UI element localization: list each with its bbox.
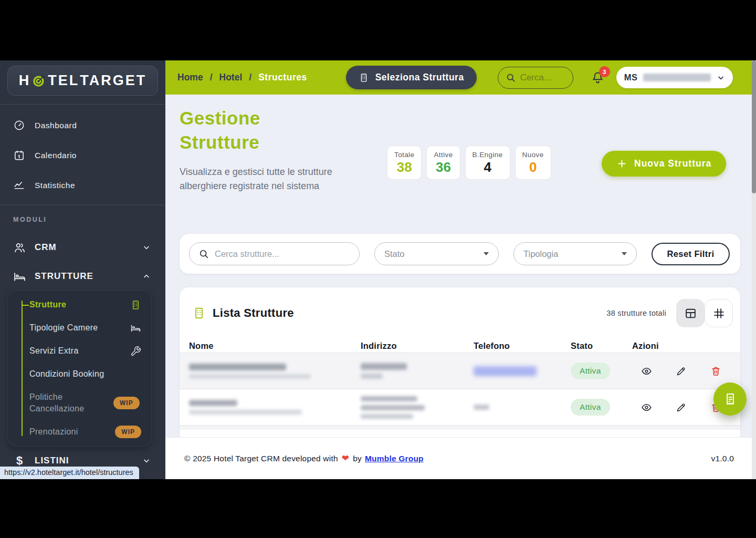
redacted-text [189, 410, 302, 415]
select-structure-button[interactable]: Seleziona Struttura [346, 66, 477, 89]
dollar-icon: $ [13, 454, 26, 468]
stato-select-value: Stato [384, 249, 405, 259]
caret-down-icon [484, 252, 489, 255]
wip-badge: WIP [115, 426, 141, 438]
footer: © 2025 Hotel Target CRM developed with ❤… [165, 437, 756, 479]
cell-azioni [632, 366, 740, 377]
sidebar-item-dashboard[interactable]: Dashboard [0, 110, 165, 140]
wrench-icon [130, 346, 141, 357]
tipologia-select[interactable]: Tipologia [513, 242, 637, 265]
calendar-icon [13, 149, 25, 161]
submenu-label: Strutture [29, 299, 125, 311]
select-structure-label: Seleziona Struttura [375, 72, 464, 83]
structure-search-input[interactable] [215, 249, 350, 259]
stats-cards: Totale 38 Attive 36 B.Engine 4 Nuove 0 [387, 146, 551, 180]
table-view-toggle[interactable] [676, 299, 705, 327]
users-icon [13, 241, 26, 254]
structure-search-field[interactable] [189, 242, 360, 265]
search-icon [506, 73, 516, 82]
module-label: LISTINI [35, 456, 69, 466]
logo-text-hotel-h: H [19, 73, 31, 89]
redacted-text [361, 414, 413, 419]
redacted-text [361, 363, 407, 370]
chevron-down-icon [142, 457, 151, 465]
stat-label: B.Engine [472, 151, 503, 159]
column-header-nome: Nome [189, 341, 361, 351]
edit-button[interactable] [676, 402, 687, 413]
sidebar-item-calendario[interactable]: Calendario [0, 140, 165, 170]
chevron-down-icon [717, 74, 725, 82]
list-total-count: 38 strutture totali [606, 309, 666, 317]
stat-card-attive: Attive 36 [426, 146, 460, 180]
browser-status-url: https://v2.hoteltarget.it/hotel/structur… [0, 467, 139, 479]
breadcrumb: Home / Hotel / Structures [177, 72, 307, 83]
grid-view-toggle[interactable] [705, 299, 733, 327]
sidebar-item-crm[interactable]: CRM [0, 234, 165, 261]
table-row[interactable]: Attiva [180, 389, 740, 425]
table-row-partial [180, 425, 740, 430]
submenu-item-tipologie-camere[interactable]: Tipologie Camere [7, 316, 152, 339]
stat-value: 4 [472, 159, 503, 175]
list-header: Lista Strutture 38 strutture totali [180, 287, 740, 327]
sidebar-divider [0, 104, 165, 105]
app-logo[interactable]: H TEL TARGET [7, 66, 158, 96]
sidebar-item-strutture-module[interactable]: STRUTTURE [0, 263, 165, 290]
breadcrumb-home[interactable]: Home [177, 72, 203, 83]
view-button[interactable] [641, 402, 652, 413]
gauge-icon [13, 119, 25, 131]
status-badge: Attiva [571, 399, 610, 416]
stat-card-bengine: B.Engine 4 [465, 146, 510, 180]
target-icon [32, 74, 46, 88]
submenu-item-condizioni-booking[interactable]: Condizioni Booking [7, 363, 152, 386]
cell-stato: Attiva [571, 399, 632, 416]
new-structure-button[interactable]: Nuova Struttura [602, 151, 726, 177]
delete-button[interactable] [710, 366, 721, 377]
bed-icon [13, 270, 26, 283]
module-label: CRM [35, 242, 57, 253]
redacted-phone-link[interactable] [474, 366, 537, 376]
topbar: Home / Hotel / Structures Seleziona Stru… [165, 60, 756, 95]
plus-icon [616, 158, 627, 169]
submenu-item-prenotazioni[interactable]: Prenotazioni WIP [7, 420, 152, 443]
redacted-text [189, 364, 286, 370]
scrollbar-thumb[interactable] [752, 60, 756, 193]
edit-button[interactable] [676, 366, 687, 377]
column-header-indirizzo: Indirizzo [361, 341, 474, 351]
stato-select[interactable]: Stato [374, 242, 499, 265]
submenu-item-strutture[interactable]: Strutture [7, 293, 152, 316]
column-header-stato: Stato [571, 341, 632, 351]
sidebar: H TEL TARGET Dashboard Calendario [0, 60, 165, 479]
topbar-search[interactable] [498, 67, 573, 89]
scrollbar-track[interactable] [752, 60, 756, 479]
mumble-group-link[interactable]: Mumble Group [365, 454, 424, 463]
topbar-search-input[interactable] [520, 73, 562, 83]
building-icon [192, 306, 206, 320]
floating-receipt-button[interactable] [713, 382, 747, 416]
reset-filters-button[interactable]: Reset Filtri [652, 243, 730, 265]
submenu-label: Condizioni Booking [29, 368, 141, 380]
pencil-icon [676, 366, 687, 377]
breadcrumb-hotel[interactable]: Hotel [219, 72, 243, 83]
footer-version: v1.0.0 [711, 454, 734, 463]
list-title: Lista Strutture [213, 306, 294, 320]
view-button[interactable] [641, 366, 652, 377]
eye-icon [641, 366, 652, 377]
main-content: Gestione Strutture Visualizza e gestisci… [165, 95, 756, 437]
pencil-icon [676, 402, 687, 413]
sidebar-item-statistiche[interactable]: Statistiche [0, 170, 165, 200]
submenu-item-politiche-cancellazione[interactable]: Politiche Cancellazione WIP [7, 386, 152, 420]
breadcrumb-separator: / [210, 72, 213, 83]
footer-by: by [353, 454, 362, 463]
user-menu[interactable]: MS [616, 67, 733, 88]
page-subtitle: Visualizza e gestisci tutte le strutture… [180, 165, 361, 194]
sidebar-item-label: Statistiche [35, 181, 75, 190]
notifications-button[interactable]: 3 [591, 70, 605, 85]
cell-telefono-redacted [474, 366, 571, 376]
structures-list-card: Lista Strutture 38 strutture totali Nome… [180, 287, 740, 437]
redacted-text [189, 400, 237, 406]
table-row[interactable]: Attiva [180, 353, 740, 389]
sidebar-item-label: Calendario [35, 151, 77, 160]
trend-icon [13, 179, 25, 191]
stat-value: 0 [522, 159, 544, 175]
submenu-item-servizi-extra[interactable]: Servizi Extra [7, 339, 152, 363]
